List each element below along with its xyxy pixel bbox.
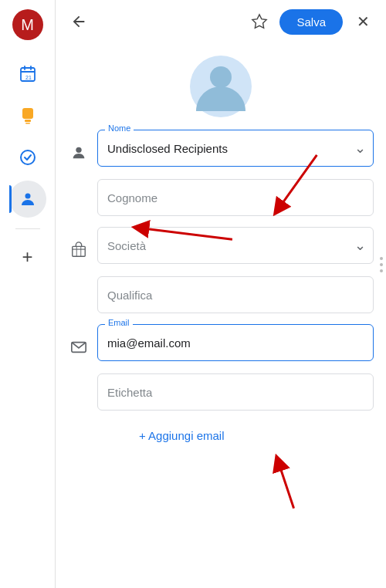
title-input[interactable] xyxy=(97,276,374,313)
email-input[interactable] xyxy=(97,324,374,361)
lastname-input[interactable] xyxy=(97,179,374,216)
svg-rect-1 xyxy=(21,71,35,73)
topbar: Salva ✕ xyxy=(56,0,386,43)
tag-input[interactable] xyxy=(97,373,374,411)
svg-rect-5 xyxy=(22,108,33,119)
add-email-placeholder xyxy=(68,421,90,465)
email-icon xyxy=(68,326,90,369)
svg-rect-7 xyxy=(25,123,30,124)
add-email-row: + Aggiungi email xyxy=(68,421,374,465)
title-field-wrapper xyxy=(97,276,374,313)
svg-text:21: 21 xyxy=(25,75,32,80)
sidebar-add-button[interactable]: + xyxy=(9,238,46,275)
svg-rect-12 xyxy=(73,246,86,256)
main-content: Salva ✕ Nome ⌄ xyxy=(56,0,386,588)
name-field-wrapper: Nome ⌄ xyxy=(97,130,374,167)
tag-row xyxy=(68,373,374,417)
svg-point-8 xyxy=(21,150,35,164)
sidebar-item-calendar[interactable]: 21 xyxy=(9,56,46,93)
company-field-wrapper: ⌄ xyxy=(97,227,374,264)
svg-rect-6 xyxy=(25,120,31,122)
sidebar: M 21 + xyxy=(0,0,56,588)
user-avatar[interactable]: M xyxy=(12,9,43,40)
company-row: ⌄ xyxy=(68,227,374,272)
sidebar-item-keep[interactable] xyxy=(9,97,46,134)
svg-point-9 xyxy=(25,194,30,199)
email-field-wrapper: Email xyxy=(97,324,374,361)
company-input[interactable] xyxy=(97,227,374,264)
tag-icon-placeholder xyxy=(68,373,90,417)
person-icon xyxy=(68,131,90,174)
star-button[interactable] xyxy=(245,8,273,35)
close-button[interactable]: ✕ xyxy=(349,8,377,35)
contact-avatar xyxy=(190,56,252,117)
contact-avatar-section xyxy=(56,43,386,123)
form-section: Nome ⌄ xyxy=(56,123,386,475)
svg-point-10 xyxy=(210,66,232,88)
sidebar-item-contacts[interactable] xyxy=(9,181,46,218)
tag-field-wrapper xyxy=(97,373,374,411)
lastname-row xyxy=(68,179,374,222)
back-button[interactable] xyxy=(65,8,93,35)
email-row: Email xyxy=(68,324,374,369)
name-input[interactable] xyxy=(97,130,374,167)
add-email-button[interactable]: + Aggiungi email xyxy=(127,421,237,450)
svg-point-11 xyxy=(76,147,81,153)
sidebar-item-tasks[interactable] xyxy=(9,139,46,176)
save-button[interactable]: Salva xyxy=(279,9,343,35)
company-icon xyxy=(68,228,90,272)
lastname-field-wrapper xyxy=(97,179,374,216)
title-icon-placeholder xyxy=(68,276,90,319)
title-row xyxy=(68,276,374,319)
lastname-icon-placeholder xyxy=(68,179,90,222)
sidebar-divider xyxy=(15,228,40,229)
right-edge-dots xyxy=(378,254,384,275)
email-label: Email xyxy=(105,318,133,327)
name-label: Nome xyxy=(105,123,134,133)
name-row: Nome ⌄ xyxy=(68,130,374,174)
